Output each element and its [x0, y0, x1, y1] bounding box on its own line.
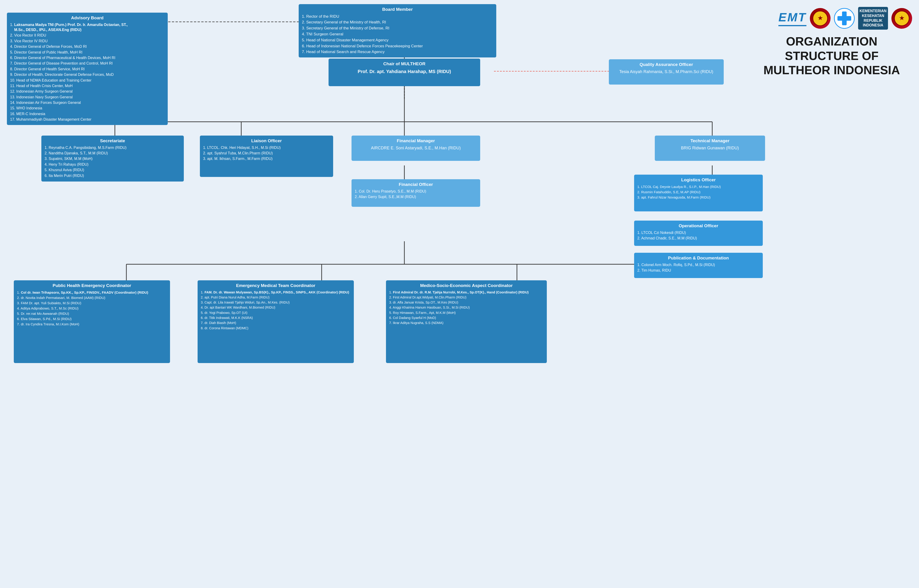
lo-item: 1. LTCOL Caj. Deyvie Laudya R., S.I.P., … — [637, 184, 759, 189]
advisory-item: 11. Head of Health Crisis Center, MoH — [10, 83, 165, 89]
medico-item: 2. First Admiral Dr.apt.Widyati, M.Clin.… — [389, 295, 544, 300]
emt-item: 6. dr. Titik Indrawati, M.K.K (NSRA) — [201, 315, 350, 320]
technical-manager-box: Technical Manager BRIG Ridwan Gunawan (R… — [655, 136, 765, 161]
liaison-label: Liaison Officer — [203, 138, 330, 144]
fo-item: 2. Allan Gerry Supit, S.E.,M.M (RIDU) — [355, 194, 477, 199]
emt-coordinator-box: Emergency Medical Team Coordinator 1. FA… — [198, 280, 354, 363]
medico-item: 3. dr. Alfa Januar Krista, Sp.OT., M.Kes… — [389, 300, 544, 305]
advisory-item: 1. Laksamana Madya TNI (Purn.) Prof. Dr.… — [10, 22, 165, 32]
emt-coord-label: Emergency Medical Team Coordinator — [201, 283, 350, 289]
medico-coordinator-box: Medico-Socio-Economic Aspect Coordinator… — [386, 280, 547, 363]
lo-item: 2. Rusmin Fatahuddin, S.E, M.AP (RIDU) — [637, 189, 759, 194]
chair-label: Chair of MULTHEOR — [332, 61, 477, 67]
board-item: 7. Head of National Search and Rescue Ag… — [302, 49, 493, 55]
tm-name: BRIG Ridwan Gunawan (RIDU) — [658, 145, 762, 151]
emt-item: 3. Capt. dr. Lila Irawati Tjahjo Widuri,… — [201, 300, 350, 305]
medico-item: 6. Col Dadang Syaeful H (MoD) — [389, 315, 544, 320]
oo-label: Operational Officer — [637, 223, 759, 229]
fm-label: Financial Manager — [355, 138, 477, 144]
cross-logo — [834, 8, 855, 29]
svg-text:★: ★ — [899, 15, 904, 21]
org-title: ORGANIZATION STRUCTURE OF MULTHEOR INDON… — [751, 34, 912, 77]
emt-item: 5. dr. Yogi Prabowo, Sp.OT (UI) — [201, 310, 350, 315]
public-health-coordinator-box: Public Health Emergency Coordinator 1. C… — [14, 280, 170, 363]
medico-item: 5. Roy Himawan, S.Farm., Apt, M.K.M (MoH… — [389, 310, 544, 315]
board-member-label: Board Member — [302, 6, 493, 13]
fo-label: Financial Officer — [355, 181, 477, 188]
logistics-officer-box: Logistics Officer 1. LTCOL Caj. Deyvie L… — [634, 174, 763, 212]
advisory-board-box: Advisory Board 1. Laksamana Madya TNI (P… — [7, 13, 168, 125]
medico-label: Medico-Socio-Economic Aspect Coordinator — [389, 283, 544, 289]
emt-logo: EMT — [778, 10, 806, 26]
board-item: 3. Secretary General of the Ministry of … — [302, 26, 493, 31]
lo-label: Logistics Officer — [637, 177, 759, 183]
main-container: EMT ★ KEMENTERIAN KESEHATAN REPUBLIK IND… — [0, 0, 919, 588]
fo-item: 1. Col. Dr. Heru Prasetyo, S.E., M.M (RI… — [355, 189, 477, 194]
fm-name: AIRCDRE E. Soni Astaryadi, S.E., M.Han (… — [355, 145, 477, 151]
phc-item: 7. dr. Ira Cyndira Tresna, M.I.Kom (MoH) — [17, 322, 167, 326]
emt-item: 4. Dr. apt Bantari WK Wardhani, M.Biomed… — [201, 305, 350, 310]
garuda-logo: ★ — [810, 8, 830, 29]
board-member-box: Board Member 1. Rector of the RIDU 2. Se… — [299, 4, 496, 57]
sec-item: 2. Nanditha Djanaka, S.T., M.M (RIDU) — [45, 151, 181, 156]
tm-label: Technical Manager — [658, 138, 762, 144]
phc-item: 2. dr. Novita Indah Permatasari, M. Biom… — [17, 295, 167, 300]
liaison-item: 3. apt. M. Ikhsan, S.Farm., M.Farm (RIDU… — [203, 156, 330, 161]
liaison-officer-box: Liaison Officer 1. LTCOL. Chk. Heri Hida… — [200, 136, 333, 177]
advisory-item: 4. Director General of Defense Forces, M… — [10, 44, 165, 49]
sec-item: 5. Khusnul Aviva (RIDU) — [45, 168, 181, 173]
board-item: 4. TNI Surgeon General — [302, 31, 493, 37]
garuda-logo-2: ★ — [892, 8, 912, 29]
pd-item: 1. Colonel Arm Moch. Rofiq, S.Pd., M.Si … — [637, 262, 759, 267]
advisory-item: 13. Indonesian Navy Surgeon General — [10, 95, 165, 100]
board-item: 5. Head of National Disaster Management … — [302, 37, 493, 43]
logo-row: EMT ★ KEMENTERIAN KESEHATAN REPUBLIK IND… — [778, 7, 912, 30]
phc-item: 1. Col dr. Iwan Trihapsoro, Sp.KK., Sp.K… — [17, 290, 167, 295]
operational-officer-box: Operational Officer 1. LTCOL Czi Nokesdi… — [634, 221, 763, 246]
svg-text:★: ★ — [818, 15, 823, 21]
publication-documentation-box: Publication & Documentation 1. Colonel A… — [634, 253, 763, 278]
pd-item: 2. Tim Humas, RIDU — [637, 268, 759, 273]
chair-name: Prof. Dr. apt. Yahdiana Harahap, MS (RID… — [332, 68, 477, 75]
qa-label: Quality Assurance Officer — [612, 61, 720, 68]
advisory-item: 17. Muhammadiyah Disaster Management Cen… — [10, 117, 165, 122]
advisory-item: 7. Director General of Disease Preventio… — [10, 61, 165, 66]
header-area: EMT ★ KEMENTERIAN KESEHATAN REPUBLIK IND… — [751, 7, 912, 77]
board-item: 2. Secretary General of the Ministry of … — [302, 19, 493, 25]
pd-label: Publication & Documentation — [637, 255, 759, 261]
financial-manager-box: Financial Manager AIRCDRE E. Soni Astary… — [352, 136, 480, 161]
emt-item: 8. dr. Corona Rintawan (MDMC) — [201, 326, 350, 330]
phc-item: 3. FAM Dr. apt. Yuli Subiakto, M.Si (RID… — [17, 300, 167, 305]
phc-label: Public Health Emergency Coordinator — [17, 283, 167, 289]
advisory-item: 8. Director General of Health Service, M… — [10, 67, 165, 72]
board-item: 1. Rector of the RIDU — [302, 14, 493, 19]
sec-item: 4. Heny Tri Rahayu (RIDU) — [45, 162, 181, 167]
phc-item: 5. Dr. rer.nat Mo Awwanah (RIDU) — [17, 311, 167, 316]
advisory-board-label: Advisory Board — [10, 15, 165, 21]
oo-item: 2. Achmad Chadir, S.E., M.M (RIDU) — [637, 236, 759, 241]
phc-item: 6. Elva Stiawan, S.Pd., M.Si (RIDU) — [17, 317, 167, 321]
kemkes-logo: KEMENTERIAN KESEHATAN REPUBLIK INDONESIA — [858, 7, 888, 30]
advisory-item: 9. Director of Health, Directorate Gener… — [10, 72, 165, 77]
board-item: 6. Head of Indonesian National Defence F… — [302, 44, 493, 49]
medico-item: 1. First Admiral Dr. dr. R.M. Tjahja Nur… — [389, 290, 544, 295]
quality-assurance-box: Quality Assurance Officer Tesia Aisyah R… — [609, 59, 724, 84]
advisory-item: 15. WHO Indonesia — [10, 106, 165, 111]
advisory-item: 3. Vice Rector IV RIDU — [10, 39, 165, 44]
medico-item: 4. Anggi Khairina Hanum Hasibuan, S.Si.,… — [389, 305, 544, 310]
oo-item: 1. LTCOL Czi Nokesdi (RIDU) — [637, 230, 759, 235]
advisory-item: 2. Vice Rector II RIDU — [10, 33, 165, 38]
advisory-item: 6. Director General of Pharmaceutical & … — [10, 55, 165, 60]
advisory-item: 14. Indonesian Air Forces Surgeon Genera… — [10, 100, 165, 105]
tc-label: Training Center — [130, 139, 197, 146]
advisory-item: 5. Director General of Public Health, Mo… — [10, 50, 165, 55]
liaison-item: 1. LTCOL. Chk. Heri Hidayat, S.H., M.Si … — [203, 145, 330, 150]
emt-item: 1. FAM. Dr. dr. Wawan Mulyawan, Sp.BS(K)… — [201, 290, 350, 295]
chair-box: Chair of MULTHEOR Prof. Dr. apt. Yahdian… — [329, 58, 480, 86]
emt-item: 7. dr. Diah Biasih (MoH) — [201, 321, 350, 325]
advisory-item: 12. Indonesian Army Surgeon General — [10, 89, 165, 94]
financial-officer-box: Financial Officer 1. Col. Dr. Heru Prase… — [352, 179, 480, 207]
medico-item: 7. Ikrar Aditya Nugraha, S.S (NDMA) — [389, 321, 544, 325]
lo-item: 3. apt. Fahrul Nizar Novagusda, M.Farm (… — [637, 195, 759, 200]
sec-item: 6. Ita Merin Putri (RIDU) — [45, 173, 181, 178]
